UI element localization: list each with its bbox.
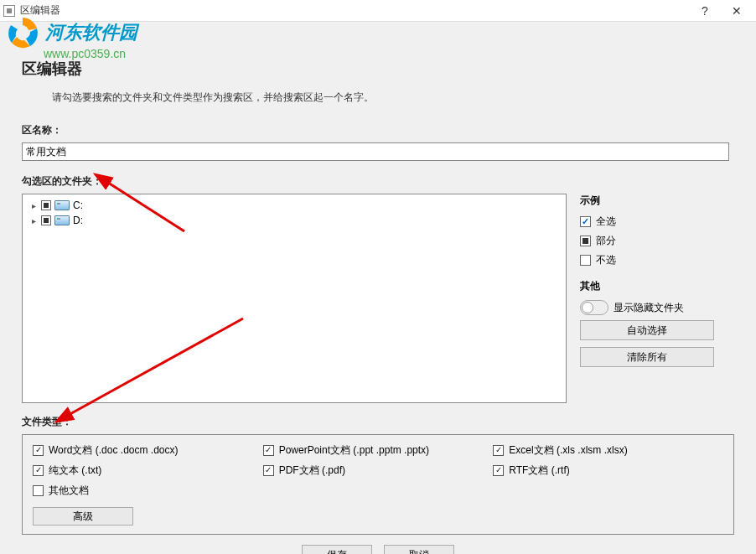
filetype-pdf[interactable]: ✓ PDF文档 (.pdf): [263, 463, 494, 477]
filetype-excel[interactable]: ✓ Excel文档 (.xls .xlsm .xlsx): [493, 443, 723, 457]
tree-label: C:: [73, 199, 83, 211]
legend-full-label: 全选: [596, 215, 616, 229]
titlebar: 区编辑器 ? ✕: [0, 0, 756, 22]
filetype-ppt-label: PowerPoint文档 (.ppt .pptm .pptx): [279, 443, 429, 458]
checkbox[interactable]: ✓: [493, 465, 504, 476]
show-hidden-toggle[interactable]: [580, 300, 608, 315]
legend-partial: 部分: [580, 234, 734, 248]
filetype-ppt[interactable]: ✓ PowerPoint文档 (.ppt .pptm .pptx): [263, 443, 494, 457]
filetype-rtf[interactable]: ✓ RTF文档 (.rtf): [493, 463, 723, 477]
checkbox[interactable]: ✓: [493, 445, 504, 456]
page-subhelp: 请勾选要搜索的文件夹和文件类型作为搜索区，并给搜索区起一个名字。: [52, 91, 734, 105]
checkbox[interactable]: ✓: [33, 445, 44, 456]
checkbox[interactable]: [33, 485, 44, 496]
tree-checkbox[interactable]: [41, 200, 51, 210]
tree-label: D:: [73, 215, 83, 226]
filetypes-label: 文件类型：: [22, 415, 734, 429]
footer: 保存 取消: [22, 535, 734, 554]
zone-name-input[interactable]: [22, 142, 729, 161]
drive-icon: [54, 200, 70, 210]
legend-none-label: 不选: [596, 253, 616, 267]
tree-checkbox[interactable]: [41, 215, 51, 225]
clear-all-button[interactable]: 清除所有: [580, 347, 714, 367]
filetype-word[interactable]: ✓ Word文档 (.doc .docm .docx): [33, 443, 263, 457]
app-icon: [3, 5, 15, 17]
filetype-other[interactable]: 其他文档: [33, 484, 263, 497]
side-panel: 示例 ✓ 全选 部分 不选 其他 显示隐藏文件夹: [580, 194, 734, 403]
expand-icon[interactable]: ▸: [29, 201, 38, 210]
page-heading: 区编辑器: [22, 59, 734, 79]
checkbox[interactable]: ✓: [263, 465, 274, 476]
tree-row-d[interactable]: ▸ D:: [26, 213, 562, 228]
filetype-txt[interactable]: ✓ 纯文本 (.txt): [33, 463, 263, 477]
filetypes-box: ✓ Word文档 (.doc .docm .docx) ✓ 纯文本 (.txt)…: [22, 434, 734, 535]
legend-full: ✓ 全选: [580, 215, 734, 229]
legend-none: 不选: [580, 253, 734, 267]
legend-partial-label: 部分: [596, 234, 616, 248]
cancel-button[interactable]: 取消: [384, 545, 454, 554]
folders-label: 勾选区的文件夹：: [22, 174, 734, 189]
filetype-rtf-label: RTF文档 (.rtf): [509, 463, 569, 478]
filetype-word-label: Word文档 (.doc .docm .docx): [49, 443, 179, 458]
legend-title: 示例: [580, 194, 734, 208]
expand-icon[interactable]: ▸: [29, 216, 38, 225]
filetype-pdf-label: PDF文档 (.pdf): [279, 463, 345, 478]
show-hidden-label: 显示隐藏文件夹: [614, 301, 684, 315]
drive-icon: [54, 215, 70, 225]
other-title: 其他: [580, 279, 734, 293]
tree-row-c[interactable]: ▸ C:: [26, 198, 562, 213]
filetype-txt-label: 纯文本 (.txt): [49, 463, 101, 478]
close-button[interactable]: ✕: [721, 0, 753, 22]
auto-select-button[interactable]: 自动选择: [580, 320, 714, 340]
help-button[interactable]: ?: [689, 0, 721, 22]
window-title: 区编辑器: [20, 3, 689, 18]
filetype-other-label: 其他文档: [49, 484, 89, 498]
folder-tree[interactable]: ▸ C: ▸ D:: [22, 194, 567, 403]
checkbox[interactable]: ✓: [263, 445, 274, 456]
filetype-excel-label: Excel文档 (.xls .xlsm .xlsx): [509, 443, 627, 458]
advanced-button[interactable]: 高级: [33, 507, 133, 526]
checkbox[interactable]: ✓: [33, 465, 44, 476]
zone-name-label: 区名称：: [22, 123, 734, 137]
save-button[interactable]: 保存: [302, 545, 372, 554]
